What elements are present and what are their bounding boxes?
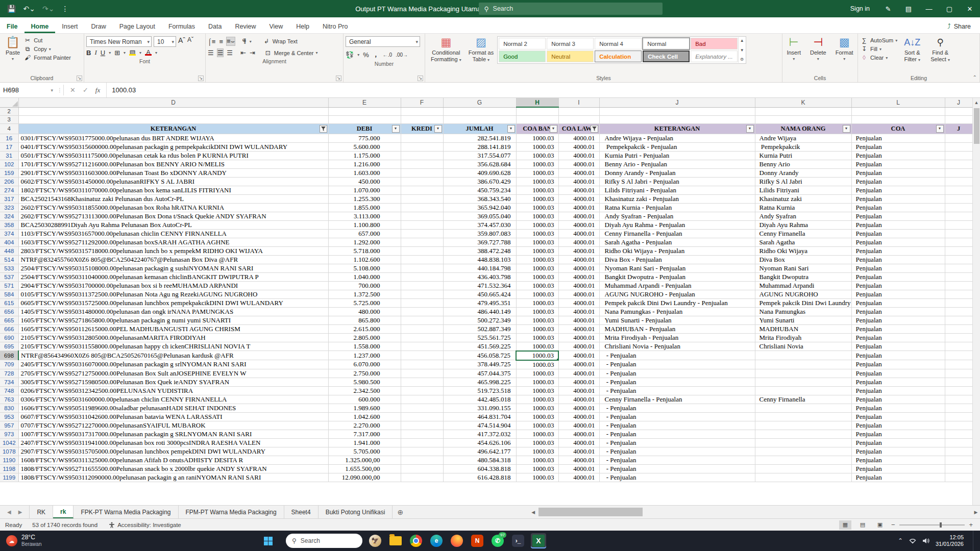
styles-gallery-scroll[interactable]: ▲▼⚙: [738, 37, 745, 63]
row-header-404[interactable]: 404: [0, 238, 18, 246]
cell-L763[interactable]: Penjualan: [851, 395, 945, 404]
number-format-select[interactable]: General▾: [346, 36, 420, 47]
cell-X584[interactable]: [945, 290, 972, 298]
cell-J1078[interactable]: - Penjualan: [599, 447, 755, 456]
filter-dropdown-icon[interactable]: ▼: [746, 125, 754, 133]
cell-G656[interactable]: 486.440.149: [443, 307, 516, 316]
row-header-615[interactable]: 615: [0, 298, 18, 307]
cell-X615[interactable]: [945, 298, 972, 307]
style-neutral[interactable]: Neutral: [547, 51, 594, 62]
accessibility-status[interactable]: Accessibility: Investigate: [103, 522, 187, 528]
font-dialog-launcher[interactable]: ↘: [198, 76, 204, 81]
cell-G698[interactable]: 456.058.725: [443, 351, 516, 360]
column-header-L-8[interactable]: L: [851, 98, 945, 107]
cell-J957[interactable]: - Penjualan: [599, 421, 755, 430]
cell-F665[interactable]: [401, 316, 443, 324]
cell-H16[interactable]: 1000.03: [516, 134, 558, 142]
cell-X323[interactable]: [945, 203, 972, 212]
cell-F324[interactable]: [401, 212, 443, 220]
cell-K448[interactable]: Ridho Oki Wijaya: [755, 246, 851, 255]
column-header-J-6[interactable]: J: [599, 98, 755, 107]
cell-L957[interactable]: Penjualan: [851, 421, 945, 430]
cell-J953[interactable]: - Penjualan: [599, 412, 755, 421]
cell-G973[interactable]: 417.372.032: [443, 430, 516, 438]
cell-D206[interactable]: 0602/FTSCY/WS95031450000.00pelunasanRIFK…: [18, 177, 328, 186]
cell-K17[interactable]: Pempekpakcik: [755, 142, 851, 151]
cell-G709[interactable]: 378.449.725: [443, 360, 516, 369]
tab-view[interactable]: View: [262, 19, 289, 33]
cell-H584[interactable]: 1000.03: [516, 290, 558, 298]
cell-I274[interactable]: 4000.01: [558, 186, 599, 194]
header-cell-coa-ban[interactable]: COA BAN▼: [516, 123, 558, 134]
cell-D734[interactable]: 3005/FTSCY/WS952715980500.00Pelunasan Bo…: [18, 378, 328, 386]
style-check-cell[interactable]: Check Cell: [643, 51, 690, 62]
cell-L666[interactable]: Penjualan: [851, 324, 945, 333]
increase-font-icon[interactable]: Aˆ: [178, 36, 185, 47]
cell-I695[interactable]: 4000.01: [558, 342, 599, 351]
zoom-in-icon[interactable]: +: [969, 521, 973, 529]
cell-X1042[interactable]: [945, 438, 972, 447]
cell-H571[interactable]: 1000.03: [516, 281, 558, 290]
row-header-102[interactable]: 102: [0, 160, 18, 168]
cell-E571[interactable]: 700.000: [328, 281, 401, 290]
underline-button[interactable]: U: [101, 49, 105, 57]
middle-align-icon[interactable]: ≡: [219, 38, 223, 45]
header-cell-keterangan[interactable]: KETERANGAN: [18, 123, 328, 134]
row-header-709[interactable]: 709: [0, 360, 18, 369]
cell-J514[interactable]: Diva Box - Penjualan: [599, 255, 755, 264]
cell-F448[interactable]: [401, 246, 443, 255]
tab-draw[interactable]: Draw: [85, 19, 113, 33]
scroll-right-icon[interactable]: ▶: [972, 510, 980, 515]
row-header-2[interactable]: 2: [0, 107, 18, 115]
cell-K698[interactable]: [755, 351, 851, 360]
column-header-D-0[interactable]: D: [18, 98, 328, 107]
cell-I584[interactable]: 4000.01: [558, 290, 599, 298]
cell-H1042[interactable]: 1000.03: [516, 438, 558, 447]
cell-D709[interactable]: 2405/FTSCY/WS950316070000.00pelunasan pa…: [18, 360, 328, 369]
cell-L448[interactable]: Penjualan: [851, 246, 945, 255]
conditional-formatting-button[interactable]: ▦ ConditionalFormatting ▾: [427, 35, 465, 64]
cell-H206[interactable]: 1000.03: [516, 177, 558, 186]
sheet-tab-rk[interactable]: rk: [53, 506, 74, 518]
italic-button[interactable]: I: [94, 48, 96, 57]
cell-E695[interactable]: 1.558.000: [328, 342, 401, 351]
header-cell-keterangan[interactable]: KETERANGAN▼: [599, 123, 755, 134]
cell-X102[interactable]: [945, 160, 972, 168]
cell-K763[interactable]: Cenny Firnanella: [755, 395, 851, 404]
cell-J763[interactable]: Cenny Firnanella - Penjualan: [599, 395, 755, 404]
cell-G1042[interactable]: 454.626.106: [443, 438, 516, 447]
cell-K514[interactable]: Diva Box: [755, 255, 851, 264]
tab-help[interactable]: Help: [289, 19, 316, 33]
row-header-1190[interactable]: 1190: [0, 456, 18, 464]
row-header-31[interactable]: 31: [0, 151, 18, 160]
cell-D615[interactable]: 0605/FTSCY/WS950315725000.00pelunasan lu…: [18, 298, 328, 307]
cell-G31[interactable]: 317.554.077: [443, 151, 516, 160]
cell-I17[interactable]: 4000.01: [558, 142, 599, 151]
copy-button[interactable]: ⧉Copy ▾: [23, 45, 71, 53]
firefox-icon[interactable]: [449, 533, 464, 548]
cell-K728[interactable]: [755, 369, 851, 378]
accounting-format-icon[interactable]: 💱: [346, 51, 354, 59]
cell-G159[interactable]: 409.690.628: [443, 168, 516, 177]
header-cell-coa-lawa[interactable]: COA LAWA: [558, 123, 599, 134]
cell-I973[interactable]: 4000.01: [558, 430, 599, 438]
cell-I324[interactable]: 4000.01: [558, 212, 599, 220]
cell-J374[interactable]: Cenny Firnanella - Penjualan: [599, 229, 755, 238]
cell-L698[interactable]: Penjualan: [851, 351, 945, 360]
sign-in-button[interactable]: Sign in: [842, 5, 878, 12]
decrease-decimal-icon[interactable]: .00→: [396, 52, 408, 58]
cell-F1199[interactable]: [401, 473, 443, 482]
cell-F358[interactable]: [401, 220, 443, 229]
autosum-button[interactable]: ∑AutoSum ▾: [860, 37, 897, 44]
cell-L404[interactable]: Penjualan: [851, 238, 945, 246]
cell-G571[interactable]: 471.532.364: [443, 281, 516, 290]
cell-H709[interactable]: 1000.03: [516, 360, 558, 369]
cell-F690[interactable]: [401, 333, 443, 342]
cell-G533[interactable]: 440.184.798: [443, 264, 516, 272]
cell-D1078[interactable]: 2907/FTSCY/WS950315705000.00pelunasan lu…: [18, 447, 328, 456]
cell-H665[interactable]: 1000.03: [516, 316, 558, 324]
zoom-slider[interactable]: − +: [891, 521, 973, 529]
row-header-206[interactable]: 206: [0, 177, 18, 186]
empty-cell[interactable]: [401, 115, 443, 123]
cell-L16[interactable]: Penjualan: [851, 134, 945, 142]
